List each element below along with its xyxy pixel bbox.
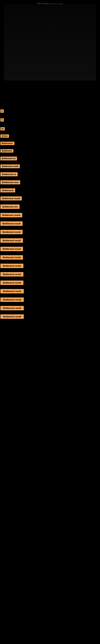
result-badge: Bottleneck result <box>0 255 23 260</box>
result-row: Bottleneck resu <box>0 180 100 185</box>
result-row: Bottleneck result <box>0 164 100 169</box>
result-row: B <box>0 109 100 114</box>
result-row: Bottleneck result <box>0 305 100 311</box>
result-badge: Bottleneck <box>0 149 13 152</box>
result-badge: B <box>0 110 4 113</box>
result-row: Bottleneck result <box>0 212 100 218</box>
result-row: Bottleneck <box>0 148 100 153</box>
result-row: Bottleneck res <box>0 156 100 161</box>
result-badge: Bottleneck result <box>0 289 24 294</box>
result-badge: Bottleneck r <box>0 142 14 145</box>
chart-area <box>4 4 96 80</box>
result-row: Bottleneck result <box>0 297 100 303</box>
result-row: Bottleneck result <box>0 314 100 320</box>
result-row: B <box>0 118 100 122</box>
result-row: Bottleneck re <box>0 172 100 177</box>
result-badge: Bottleneck result <box>0 314 24 319</box>
result-badge: Bottleneck result <box>0 230 23 234</box>
result-badge: Bottlen <box>0 134 9 138</box>
result-badge: Bottleneck result <box>0 196 22 200</box>
result-badge: Bottleneck result <box>0 306 24 310</box>
result-badge: Bottleneck res <box>0 204 20 209</box>
result-badge: Bo <box>0 127 5 130</box>
result-row: Bottleneck <box>0 188 100 193</box>
result-row: Bottleneck r <box>0 141 100 146</box>
result-badge: Bottleneck result <box>0 213 22 217</box>
result-badge: Bottleneck result <box>0 247 23 251</box>
result-badge: Bottleneck result <box>0 298 24 302</box>
result-row: Bottleneck res <box>0 204 100 210</box>
result-badge: Bottleneck result <box>0 164 20 168</box>
result-badge: Bottleneck <box>0 188 15 192</box>
result-row: Bottleneck result <box>0 271 100 277</box>
result-row: Bottleneck result <box>0 229 100 235</box>
result-badge: Bottleneck result <box>0 222 23 226</box>
result-badge: Bottleneck result <box>0 238 23 243</box>
result-row: Bo <box>0 126 100 131</box>
result-row: Bottleneck result <box>0 288 100 294</box>
result-badge: B <box>0 118 4 122</box>
result-badge: Bottleneck result <box>0 264 23 268</box>
result-row: Bottleneck result <box>0 263 100 269</box>
result-badge: Bottleneck res <box>0 156 17 160</box>
result-row: Bottleneck result <box>0 196 100 201</box>
result-badge: Bottleneck result <box>0 272 23 276</box>
result-row: Bottlen <box>0 134 100 138</box>
result-badge: Bottleneck result <box>0 280 23 285</box>
result-badge: Bottleneck resu <box>0 180 20 184</box>
result-badge: Bottleneck re <box>0 172 18 176</box>
result-row: Bottleneck result <box>0 254 100 260</box>
result-row: Bottleneck result <box>0 246 100 252</box>
result-row: Bottleneck result <box>0 238 100 244</box>
result-row: Bottleneck result <box>0 220 100 226</box>
results-container: B B Bo Bottlen Bottleneck r Bottleneck B… <box>0 80 100 320</box>
result-row: Bottleneck result <box>0 280 100 286</box>
